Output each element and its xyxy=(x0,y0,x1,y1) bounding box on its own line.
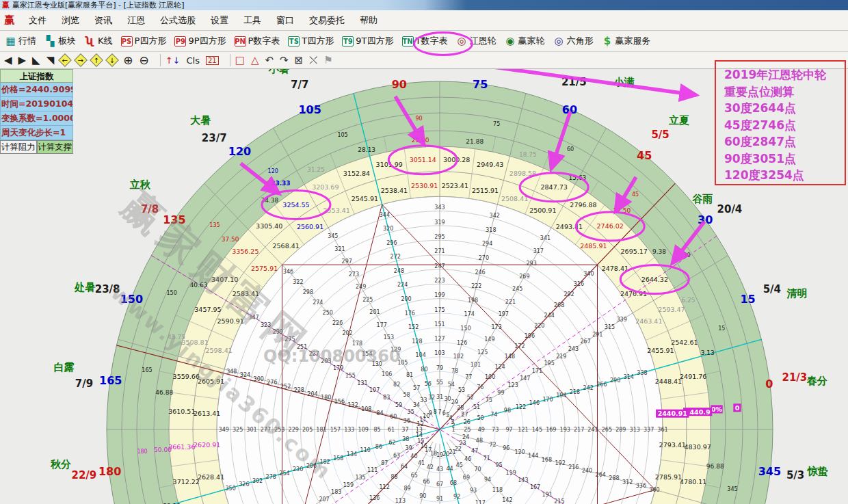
menu-item-1[interactable]: 文件 xyxy=(21,10,54,30)
spiral-number: 300 xyxy=(254,376,264,382)
nav-left-icon[interactable]: ◀ xyxy=(4,53,12,67)
menu-item-8[interactable]: 窗口 xyxy=(269,10,302,30)
spiral-number: 271 xyxy=(434,248,445,254)
spiral-number: 22 xyxy=(455,446,462,452)
percent-ring-label: 28.13 xyxy=(358,146,375,153)
spiral-number: 132 xyxy=(347,402,358,408)
spiral-number: 266 xyxy=(596,382,607,388)
toolbar-button-winner-wheel[interactable]: ◉赢家轮 xyxy=(502,34,546,48)
spiral-number: 99 xyxy=(497,390,504,396)
toolbar-button-t9[interactable]: T99T四方形 xyxy=(340,34,395,48)
price-outer-label: 3254.55 xyxy=(282,201,309,209)
toolbar-button-table[interactable]: ▦行情 xyxy=(3,34,38,48)
toolbar-button-gann-wheel[interactable]: ◎江恩轮 xyxy=(453,34,498,48)
ts-icon: TS xyxy=(288,36,300,47)
menu-item-7[interactable]: 工具 xyxy=(236,10,269,30)
spiral-number: 121 xyxy=(518,427,528,433)
pan-right-icon[interactable]: → xyxy=(76,53,85,67)
spiral-number: 91 xyxy=(436,496,443,502)
menu-item-2[interactable]: 浏览 xyxy=(54,10,87,30)
spiral-number: 24 xyxy=(462,434,469,440)
nav-up-icon[interactable]: ◣ xyxy=(32,53,40,67)
spiral-number: 23 xyxy=(459,440,466,447)
app-window: { "window": { "title": "赢家江恩专业版[赢家服务平台] … xyxy=(0,0,848,504)
spiral-number: 270 xyxy=(479,255,489,261)
spiral-number: 81 xyxy=(406,372,413,378)
rim-date-label: 7/9 xyxy=(75,377,93,390)
pan-down-icon[interactable]: ↓ xyxy=(107,53,117,67)
degree-ring-label: 135 xyxy=(209,222,220,228)
zoom-out-icon[interactable]: ⊖ xyxy=(139,53,148,67)
toolbar-button-tn[interactable]: TNT数字表 xyxy=(400,34,450,48)
rotate-cw-icon[interactable]: ↷ xyxy=(280,53,289,67)
nav-down-icon[interactable]: ◥ xyxy=(47,53,55,67)
selected-value-label: 0 xyxy=(735,404,740,412)
rim-date-label: 22/9 xyxy=(72,469,97,481)
spiral-number: 249 xyxy=(356,284,366,290)
price-inner-label: 2485.91 xyxy=(580,242,607,250)
p9-icon: P9 xyxy=(174,36,186,47)
rim-solar-term-label: 大暑 xyxy=(190,114,211,127)
zoom-in-icon[interactable]: ⊕ xyxy=(123,53,133,67)
menu-item-3[interactable]: 资讯 xyxy=(87,10,120,30)
percent-extra-label: 33.33 xyxy=(271,180,290,187)
spiral-number: 297 xyxy=(342,258,352,265)
pan-up-icon[interactable]: ↑ xyxy=(92,53,101,67)
spiral-number: 36 xyxy=(403,418,410,424)
toolbar-button-blocks[interactable]: ▚板块 xyxy=(42,34,78,48)
spiral-number: 321 xyxy=(334,246,345,252)
percent-ring-label: 96.88 xyxy=(706,463,724,470)
rim-angle-label: 15 xyxy=(740,293,755,306)
collapse-icon[interactable]: ⤬ xyxy=(309,53,317,67)
pn-icon: PN xyxy=(235,36,246,47)
spiral-number: 44 xyxy=(447,466,453,472)
rim-solar-term-label: 小暑 xyxy=(268,69,289,75)
menu-logo-icon: 赢 xyxy=(4,14,14,27)
spiral-number: 198 xyxy=(468,297,478,304)
rotate-ccw-icon[interactable]: ↶ xyxy=(265,53,274,67)
rim-date-label: 23/7 xyxy=(202,132,227,144)
menu-item-9[interactable]: 交易委托 xyxy=(302,10,352,30)
toolbar-button-label: 9P四方形 xyxy=(188,35,226,47)
rim-angle-label: 45 xyxy=(637,149,652,162)
triangle-tool-icon[interactable]: △ xyxy=(251,53,259,67)
spiral-number: 145 xyxy=(532,427,542,433)
toolbar-button-hexagon[interactable]: ◎六角形 xyxy=(551,34,595,48)
menu-item-6[interactable]: 设置 xyxy=(203,10,236,30)
spiral-number: 276 xyxy=(267,380,277,386)
toolbar-button-dollar[interactable]: $赢家服务 xyxy=(599,34,652,48)
spiral-number: 120 xyxy=(514,449,525,455)
toolbar-button-candles[interactable]: ʯK线 xyxy=(82,34,115,48)
spiral-number: 196 xyxy=(525,333,535,339)
toolbar-button-pn[interactable]: PNP数字表 xyxy=(233,34,282,48)
spiral-number: 273 xyxy=(349,271,359,278)
menu-item-10[interactable]: 帮助 xyxy=(352,10,385,30)
spiral-number: 29 xyxy=(451,399,458,406)
ps-icon: PS xyxy=(121,36,133,47)
calendar-icon[interactable]: 21 xyxy=(206,53,219,67)
cls-button[interactable]: Cls xyxy=(187,53,200,67)
calc-resistance-button[interactable]: 计算阻力 xyxy=(0,140,37,154)
spiral-number: 71 xyxy=(483,455,490,462)
window-title: 赢家江恩专业版[赢家服务平台] - [上证指数 江恩轮] xyxy=(12,0,185,10)
spiral-number: 142 xyxy=(502,497,512,503)
spiral-number: 61 xyxy=(388,427,395,433)
nav-right-icon[interactable]: ▶ xyxy=(18,53,27,67)
toolbar-button-ps[interactable]: PSP四方形 xyxy=(119,34,169,48)
square-tool-icon[interactable]: □ xyxy=(235,53,245,67)
toolbar-button-p9[interactable]: P99P四方形 xyxy=(172,34,228,48)
menu-item-4[interactable]: 江恩 xyxy=(120,10,153,30)
app-logo-icon: 赢 xyxy=(2,0,10,10)
spiral-number: 265 xyxy=(602,427,612,433)
spiral-number: 320 xyxy=(383,226,393,232)
flag-icon[interactable]: ⚑ xyxy=(323,53,332,67)
box-x-icon[interactable]: ⊠ xyxy=(295,53,304,67)
updown-arrows-icon[interactable]: ↑↓ xyxy=(165,53,181,67)
calc-support-button[interactable]: 计算支撑 xyxy=(37,140,74,154)
spiral-number: 76 xyxy=(477,384,483,390)
toolbar-button-ts[interactable]: TST四方形 xyxy=(286,34,336,48)
spiral-number: 317 xyxy=(533,248,544,254)
menu-item-5[interactable]: 公式选股 xyxy=(153,10,203,30)
pan-left-icon[interactable]: ← xyxy=(60,53,70,67)
winner-wheel-icon: ◉ xyxy=(504,36,516,47)
